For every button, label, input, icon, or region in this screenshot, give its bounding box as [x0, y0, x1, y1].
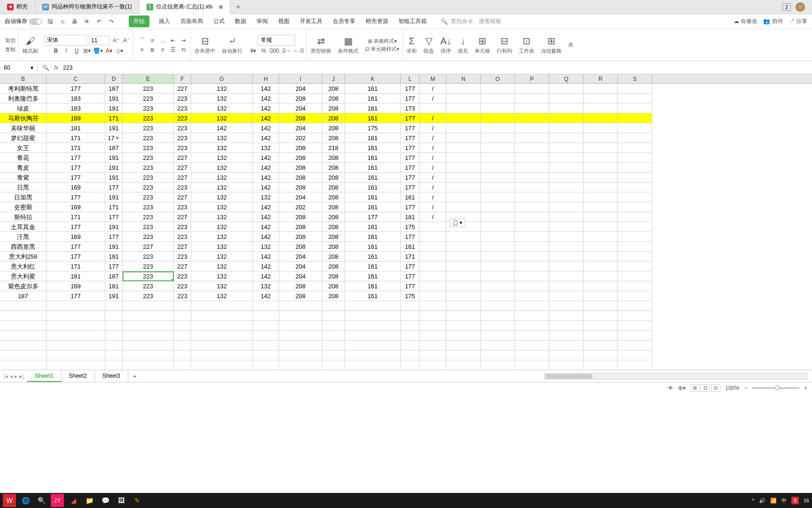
tab-smart[interactable]: 智能工具箱 [398, 16, 428, 27]
share-button[interactable]: ↗ 分享 [789, 17, 807, 25]
cell[interactable]: 132 [191, 252, 253, 262]
cell[interactable] [515, 360, 549, 370]
cell[interactable]: 161 [345, 291, 401, 301]
cell[interactable]: 227 [174, 192, 191, 202]
redo-icon[interactable]: ↷ [107, 17, 116, 26]
cell[interactable] [515, 232, 549, 242]
cell[interactable] [618, 341, 652, 350]
cell[interactable]: 177 [47, 84, 105, 94]
tray-sogou-icon[interactable]: S [791, 497, 798, 504]
col-header-I[interactable]: I [279, 74, 322, 83]
cell[interactable]: 208 [322, 173, 345, 183]
dec-dec-icon[interactable]: ←.0 [293, 47, 304, 55]
currency-icon[interactable]: ¥▾ [249, 47, 258, 55]
cell[interactable]: 204 [279, 271, 322, 281]
cell[interactable]: 204 [279, 252, 322, 262]
cell[interactable]: 187 [105, 271, 123, 281]
cell[interactable] [481, 281, 515, 291]
sheet-tab-3[interactable]: Sheet3 [95, 371, 128, 382]
cell[interactable] [0, 301, 47, 311]
cell[interactable] [515, 301, 549, 311]
cell[interactable]: 177 [47, 242, 105, 252]
font-select[interactable]: 宋体 [45, 35, 87, 46]
cell[interactable]: 223 [123, 202, 174, 212]
cell[interactable] [618, 133, 652, 143]
cell[interactable]: 161 [345, 84, 401, 94]
cell[interactable] [174, 311, 191, 321]
cell[interactable] [549, 123, 584, 133]
cut-button[interactable]: 剪切 [5, 37, 16, 44]
cell[interactable]: 223 [174, 123, 191, 133]
cell[interactable] [446, 143, 481, 153]
cell[interactable] [584, 301, 618, 311]
cell[interactable]: 177 [401, 281, 420, 291]
print-icon[interactable]: 🖶 [70, 17, 79, 26]
cell[interactable]: 132 [191, 94, 253, 103]
cell[interactable]: 132 [191, 113, 253, 123]
cell[interactable] [345, 311, 401, 321]
cell[interactable] [47, 341, 105, 350]
cell[interactable] [584, 222, 618, 232]
cell[interactable]: 223 [123, 262, 174, 271]
cell[interactable] [105, 311, 123, 321]
cell[interactable]: 132 [191, 173, 253, 183]
cell[interactable] [401, 350, 420, 360]
cell[interactable]: 208 [322, 212, 345, 222]
cell[interactable]: 斯特拉 [0, 212, 47, 222]
cell[interactable]: 191 [105, 192, 123, 202]
cell[interactable] [123, 341, 174, 350]
app-tab-docer[interactable]: ❖ 稻壳 [0, 0, 35, 14]
border-icon[interactable]: ⊞▾ [83, 47, 91, 55]
cell[interactable]: 土耳其金 [0, 222, 47, 232]
cell[interactable] [446, 321, 481, 331]
cell[interactable]: 177 [47, 291, 105, 301]
cell[interactable] [446, 341, 481, 350]
cell[interactable] [47, 350, 105, 360]
cell[interactable] [191, 341, 253, 350]
cell[interactable]: 223 [174, 202, 191, 212]
cell[interactable]: 191 [105, 163, 123, 173]
cell[interactable]: 177 [401, 84, 420, 94]
cell[interactable]: 171 [47, 133, 105, 143]
task-wechat-icon[interactable]: 💬 [99, 494, 112, 507]
cell[interactable] [584, 113, 618, 123]
cell[interactable]: 223 [123, 291, 174, 301]
col-header-D[interactable]: D [105, 74, 123, 83]
cell[interactable]: 177 [401, 123, 420, 133]
cell[interactable]: 208 [279, 281, 322, 291]
cell[interactable]: 223 [174, 271, 191, 281]
cell[interactable] [618, 321, 652, 331]
task-app3-icon[interactable]: ✎ [131, 494, 144, 507]
cell[interactable] [584, 123, 618, 133]
cell[interactable] [481, 360, 515, 370]
cell[interactable]: 173 [401, 103, 420, 113]
task-app1-icon[interactable]: ◢ [67, 494, 80, 507]
col-header-K[interactable]: K [345, 74, 401, 83]
cell[interactable]: 191 [105, 173, 123, 183]
cell[interactable] [584, 143, 618, 153]
cell[interactable] [618, 232, 652, 242]
cell[interactable]: 191 [105, 94, 123, 103]
cell[interactable] [481, 262, 515, 271]
cell[interactable] [549, 291, 584, 301]
cell[interactable]: 177 [47, 252, 105, 262]
cell[interactable]: 132 [191, 183, 253, 192]
cell[interactable] [446, 242, 481, 252]
cell[interactable] [549, 212, 584, 222]
col-header-N[interactable]: N [446, 74, 481, 83]
cell[interactable]: 177 [47, 222, 105, 232]
cell[interactable]: 223 [123, 281, 174, 291]
sheet-first-icon[interactable]: |◂ [4, 373, 8, 380]
cell[interactable] [549, 103, 584, 113]
cell[interactable] [420, 341, 446, 350]
cell[interactable]: 142 [253, 183, 279, 192]
cell[interactable]: 161 [345, 262, 401, 271]
align-right-icon[interactable]: ≡ [158, 46, 167, 54]
cell[interactable]: 132 [191, 271, 253, 281]
cell[interactable]: 132 [191, 281, 253, 291]
cell[interactable] [446, 113, 481, 123]
task-browser-icon[interactable]: 🌐 [19, 494, 32, 507]
cell[interactable]: / [420, 94, 446, 103]
cell[interactable] [618, 103, 652, 113]
cell[interactable] [618, 252, 652, 262]
